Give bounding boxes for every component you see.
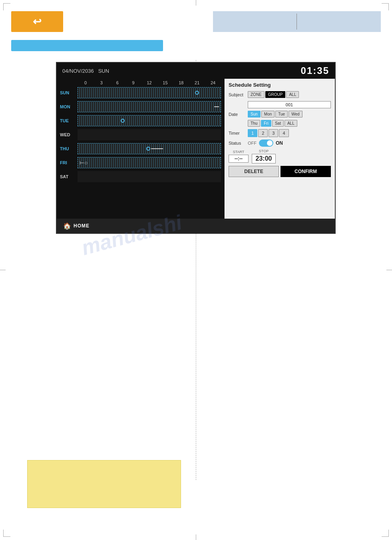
date-row2: Thu Fri Sat ALL [229, 120, 331, 127]
day-bar-sat [78, 171, 221, 182]
day-bar-thu [78, 143, 221, 154]
time-label-12: 12 [141, 80, 157, 85]
time-label-24: 24 [205, 80, 221, 85]
cross-left [0, 270, 6, 270]
schedule-circle-tue [121, 119, 125, 123]
subject-all-btn[interactable]: ALL [286, 91, 299, 98]
group-value-row: 001 [229, 100, 331, 108]
day-label-mon: MON [60, 104, 78, 109]
date-row: Date Sun Mon Tue Wed [229, 111, 331, 118]
timer-label: Timer [229, 131, 246, 135]
status-toggle-track[interactable] [259, 139, 273, 147]
day-row-sun: SUN [60, 86, 221, 100]
start-time-display[interactable]: --:-- [229, 155, 249, 163]
schedule-arrow-fri: ⊢○ [80, 159, 88, 166]
schedule-line-mon [214, 106, 219, 107]
group-value-box: 001 [248, 101, 331, 108]
status-on-label: ON [276, 140, 283, 146]
blue-bar [11, 40, 163, 51]
corner-mark-bl [3, 530, 10, 537]
confirm-button[interactable]: CONFIRM [281, 166, 331, 177]
day-row-thu: THU [60, 142, 221, 155]
subject-btn-group: ZONE GROUP ALL [248, 91, 299, 98]
day-label-fri: FRI [60, 160, 78, 165]
top-right-divider [296, 14, 297, 30]
time-label-3: 3 [94, 80, 109, 85]
start-group: START --:-- [229, 150, 249, 163]
screen-date: 04/NOV/2036 [62, 68, 94, 74]
schedule-grid-panel: 0 3 6 9 12 15 18 21 24 SUN MON [57, 79, 225, 232]
delete-button[interactable]: DELETE [229, 166, 279, 177]
cross-bottom [196, 534, 196, 540]
day-label-sun: SUN [60, 90, 78, 95]
date-wed-btn[interactable]: Wed [289, 111, 302, 118]
timer-4-btn[interactable]: 4 [279, 129, 289, 137]
back-arrow-icon: ↩ [33, 16, 42, 28]
back-button[interactable]: ↩ [11, 11, 63, 32]
time-label-15: 15 [157, 80, 173, 85]
start-label: START [233, 150, 245, 154]
day-label-wed: WED [60, 132, 78, 137]
screen-dow: SUN [98, 68, 109, 74]
date-sun-btn[interactable]: Sun [248, 111, 261, 118]
schedule-block-tue [78, 116, 221, 126]
day-row-mon: MON [60, 100, 221, 114]
time-label-0: 0 [78, 80, 94, 85]
timer-btn-group: 1 2 3 4 [248, 129, 289, 137]
time-label-21: 21 [189, 80, 205, 85]
schedule-line-thu [151, 148, 163, 149]
screen-content: 0 3 6 9 12 15 18 21 24 SUN MON [57, 79, 335, 232]
subject-zone-btn[interactable]: ZONE [248, 91, 265, 98]
date-sat-btn[interactable]: Sat [272, 120, 284, 127]
date-thu-btn[interactable]: Thu [248, 120, 260, 127]
start-stop-row: START --:-- STOP 23:00 [229, 149, 331, 163]
time-label-6: 6 [109, 80, 125, 85]
corner-mark-br [382, 530, 389, 537]
subject-label: Subject [229, 92, 246, 97]
subject-row: Subject ZONE GROUP ALL [229, 91, 331, 98]
cross-top [196, 0, 196, 6]
schedule-circle-sun [195, 91, 199, 95]
day-row-wed: WED [60, 128, 221, 141]
status-off-label: OFF [248, 141, 257, 145]
day-row-fri: FRI ⊢○ [60, 156, 221, 169]
date-all-btn[interactable]: ALL [285, 120, 297, 127]
day-bar-wed [78, 129, 221, 140]
day-bar-sun [78, 87, 221, 98]
home-footer[interactable]: 🏠 HOME [57, 219, 335, 233]
status-row: Status OFF ON [229, 139, 331, 147]
date-btn-group-row2: Thu Fri Sat ALL [248, 120, 297, 127]
status-label: Status [229, 141, 246, 145]
day-label-tue: TUE [60, 118, 78, 123]
settings-title: Schedule Setting [229, 82, 331, 88]
screen-date-day: 04/NOV/2036 SUN [62, 68, 109, 74]
home-icon: 🏠 [63, 222, 71, 230]
date-fri-btn[interactable]: Fri [261, 120, 271, 127]
corner-mark-tl [3, 3, 10, 10]
status-toggle-thumb [267, 140, 273, 146]
day-row-tue: TUE [60, 114, 221, 128]
status-toggle-group: OFF ON [248, 139, 283, 147]
date-mon-btn[interactable]: Mon [261, 111, 275, 118]
schedule-circle-thu [146, 147, 150, 151]
schedule-block-mon [78, 102, 221, 112]
subject-group-btn[interactable]: GROUP [265, 91, 286, 98]
day-row-sat: SAT [60, 170, 221, 183]
timer-1-btn[interactable]: 1 [248, 129, 257, 137]
timer-2-btn[interactable]: 2 [258, 129, 268, 137]
time-axis: 0 3 6 9 12 15 18 21 24 [60, 80, 221, 85]
day-label-thu: THU [60, 146, 78, 151]
top-nav: ↩ [11, 11, 381, 32]
timer-3-btn[interactable]: 3 [269, 129, 278, 137]
top-right-bar [213, 11, 381, 32]
screen-header: 04/NOV/2036 SUN 01:35 [57, 63, 335, 79]
time-label-9: 9 [125, 80, 141, 85]
stop-time-display[interactable]: 23:00 [252, 154, 276, 163]
stop-label: STOP [259, 149, 269, 153]
day-bar-tue [78, 115, 221, 126]
date-tue-btn[interactable]: Tue [275, 111, 288, 118]
day-bar-mon [78, 101, 221, 112]
time-label-18: 18 [173, 80, 189, 85]
home-label: HOME [74, 223, 90, 229]
settings-panel: Schedule Setting Subject ZONE GROUP ALL … [225, 79, 335, 232]
